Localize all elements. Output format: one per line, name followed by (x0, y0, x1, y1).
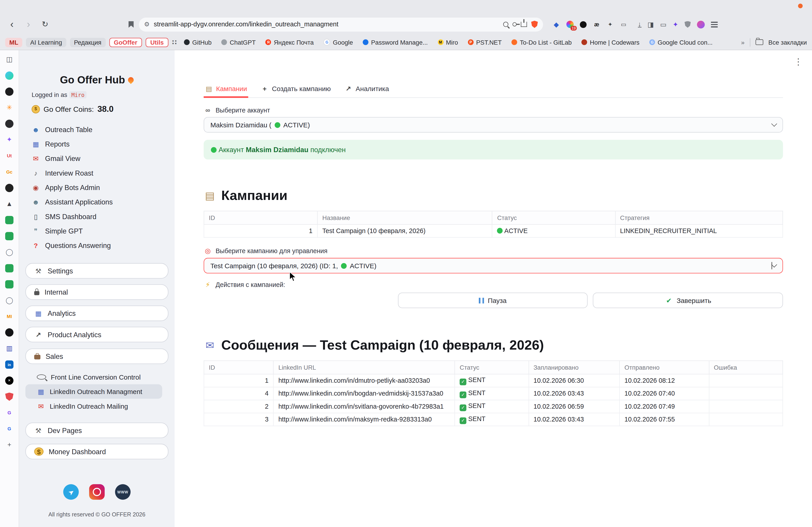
site-settings-icon[interactable]: ⚙ (144, 21, 150, 28)
workspace-app-ring-2[interactable]: ◯ (6, 296, 13, 304)
workspace-tab-ut[interactable]: Ut (7, 152, 12, 160)
bookmark-item[interactable]: Редакция (70, 37, 105, 47)
sidebar-item-gmail-view[interactable]: ✉Gmail View (19, 151, 175, 166)
zoom-icon[interactable] (503, 21, 508, 27)
bookmark-item[interactable]: GitHub (181, 37, 215, 47)
sidebar-item-linkedin-outreach-mailing[interactable]: ✉LinkedIn Outreach Mailing (26, 399, 162, 413)
table-row[interactable]: 3http://www.linkedin.com/in/maksym-redka… (204, 413, 783, 426)
profile-avatar[interactable] (697, 20, 705, 28)
bookmark-item[interactable]: Home | Codewars (578, 37, 642, 47)
cell[interactable]: ✓ SENT (455, 374, 528, 387)
bookmark-icon[interactable] (129, 21, 134, 28)
url-text[interactable]: streamlit-app-dygv.onrender.com/linkedin… (154, 21, 499, 28)
workspace-app-sparkle[interactable]: ✦ (6, 136, 12, 144)
table-row[interactable]: 1http://www.linkedin.com/in/dmutro-petli… (204, 374, 783, 387)
bookmark-item[interactable]: GGoogle Cloud con... (646, 37, 716, 47)
column-header[interactable]: Статус (455, 361, 528, 374)
sidebar-item-apply-bots-admin[interactable]: ◉Apply Bots Admin (19, 180, 175, 195)
campaign-select[interactable]: Test Campaign (10 февраля, 2026) (ID: 1,… (204, 258, 783, 273)
workspace-tab-mi[interactable]: MI (7, 312, 12, 320)
bookmark-item[interactable]: AI Learning (26, 37, 66, 47)
bookmark-item[interactable]: ML (5, 37, 23, 47)
cell[interactable]: 10.02.2026 03:43 (528, 413, 619, 426)
cell[interactable]: http://www.linkedin.com/in/maksym-redka-… (273, 413, 455, 426)
cell[interactable] (709, 413, 783, 426)
column-header[interactable]: Название (317, 211, 492, 225)
privacy-shield-icon[interactable] (684, 21, 691, 28)
website-globe-icon[interactable]: WWW (115, 484, 131, 500)
cell[interactable]: Test Campaign (10 февраля, 2026) (317, 225, 492, 237)
bookmark-item[interactable]: Utils (145, 37, 168, 47)
cell[interactable]: LINKEDIN_RECRUITER_INITIAL (615, 225, 783, 237)
workspace-app-linkedin[interactable]: in (5, 360, 14, 369)
cell[interactable]: 3 (204, 413, 273, 426)
cell[interactable]: 1 (204, 225, 317, 237)
all-bookmarks-label[interactable]: Все закладки (768, 39, 807, 46)
extension-rainbow-icon[interactable]: 19 (566, 20, 574, 28)
workspace-app-dark-1[interactable] (5, 88, 14, 96)
sidebar-button-product-analytics[interactable]: ↗Product Analytics (26, 327, 169, 342)
column-header[interactable]: Ошибка (709, 361, 783, 374)
cell[interactable]: 10.02.2026 06:59 (528, 400, 619, 413)
share-icon[interactable] (521, 21, 527, 27)
sidebar-item-linkedin-outreach-managment[interactable]: ▦LinkedIn Outreach Managment (26, 384, 162, 399)
table-row[interactable]: 2http://www.linkedin.com/in/svitlana-gov… (204, 400, 783, 413)
workspace-app-green-2[interactable] (5, 232, 14, 240)
sidebar-item-questions-answering[interactable]: ?Questions Answering (19, 238, 175, 253)
cell[interactable]: http://www.linkedin.com/in/bogdan-vedmid… (273, 387, 455, 400)
extension-sparkle-icon[interactable]: ✦ (606, 20, 614, 28)
wallet-icon[interactable]: ▭ (660, 20, 666, 28)
workspace-app-colorful[interactable] (5, 72, 14, 80)
cell[interactable]: 1 (204, 374, 273, 387)
sidebar-button-dev-pages[interactable]: ⚒Dev Pages (26, 423, 169, 438)
cell[interactable]: 10.02.2026 08:12 (620, 374, 709, 387)
extension-gem-icon[interactable]: ◆ (552, 20, 560, 28)
column-header[interactable]: ID (204, 211, 317, 225)
cell[interactable]: 2 (204, 400, 273, 413)
bookmark-item[interactable]: ChatGPT (218, 37, 259, 47)
brave-shield-icon[interactable] (531, 21, 538, 28)
address-bar[interactable]: ⚙ streamlit-app-dygv.onrender.com/linked… (139, 17, 543, 31)
workspace-app-green-4[interactable] (5, 280, 14, 288)
cell[interactable]: 10.02.2026 07:40 (620, 387, 709, 400)
sidebar-item-sales[interactable]: Sales (26, 348, 169, 364)
column-header[interactable]: Отправлено (620, 361, 709, 374)
workspace-app-ring-1[interactable]: ◯ (6, 248, 13, 256)
bookmarks-grid-icon[interactable]: ∷ (172, 38, 177, 46)
ai-sparkle-icon[interactable]: ✦ (672, 20, 678, 28)
column-header[interactable]: ID (204, 361, 273, 374)
sidebar-item-sms-dashboard[interactable]: ▯SMS Dashboard (19, 209, 175, 224)
workspace-app-green-3[interactable] (5, 264, 14, 272)
extension-ae-icon[interactable]: æ (593, 20, 600, 28)
downloads-icon[interactable]: ↓ (638, 21, 641, 28)
workspace-app-g-purple[interactable]: G (8, 409, 11, 417)
cell[interactable]: 10.02.2026 06:30 (528, 374, 619, 387)
cell[interactable] (709, 374, 783, 387)
back-icon[interactable]: ‹ (6, 19, 18, 30)
tab-создать-кампанию[interactable]: +Создать кампанию (259, 84, 332, 98)
workspace-app-shield[interactable] (5, 392, 14, 401)
cell[interactable] (709, 400, 783, 413)
workspace-app-book[interactable]: ▥ (6, 344, 12, 353)
cell[interactable]: ✓ SENT (455, 413, 528, 426)
workspace-app-peak[interactable]: ▲ (6, 200, 13, 208)
column-header[interactable]: Статус (492, 211, 615, 225)
column-header[interactable]: LinkedIn URL (273, 361, 455, 374)
browser-menu-icon[interactable] (711, 21, 718, 27)
cell[interactable]: 10.02.2026 07:55 (620, 413, 709, 426)
app-menu-icon[interactable]: ⋮ (794, 56, 803, 67)
sidebar-item-reports[interactable]: ▦Reports (19, 137, 175, 151)
extension-card-icon[interactable]: ▭ (620, 20, 627, 28)
tab-аналитика[interactable]: ↗Аналитика (343, 84, 390, 98)
sidebar-item-simple-gpt[interactable]: ❞Simple GPT (19, 224, 175, 238)
cell[interactable]: http://www.linkedin.com/in/svitlana-govo… (273, 400, 455, 413)
password-key-icon[interactable] (512, 22, 517, 26)
sidebar-item-outreach-table[interactable]: ☻Outreach Table (19, 122, 175, 137)
sidebar-button-internal[interactable]: Internal (26, 284, 169, 300)
bookmark-item[interactable]: ЯЯндекс Почта (262, 37, 317, 47)
new-panel[interactable]: + (8, 441, 11, 449)
bookmark-item[interactable]: PPST.NET (465, 37, 505, 47)
pause-button[interactable]: Пауза (398, 292, 588, 308)
workspace-app-x[interactable]: ✕ (5, 376, 14, 385)
bookmark-item[interactable]: MMiro (434, 37, 461, 47)
